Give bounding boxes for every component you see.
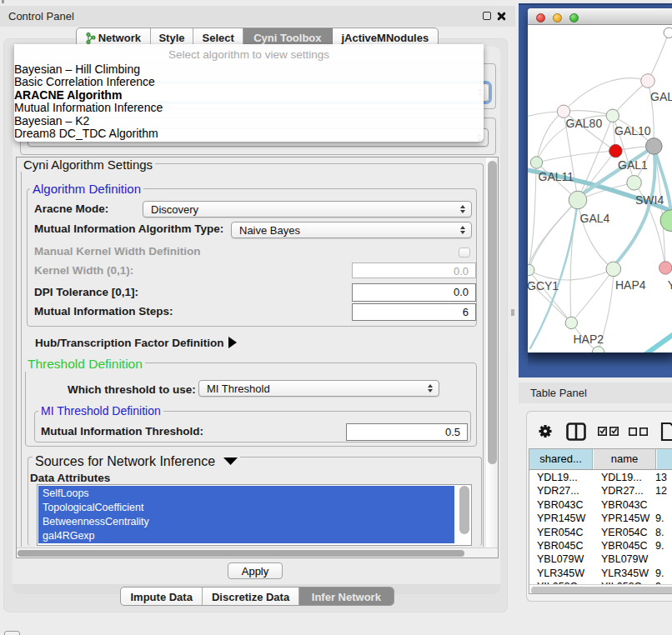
svg-text:HAP2: HAP2 xyxy=(574,332,604,346)
svg-text:HAP4: HAP4 xyxy=(615,278,646,292)
svg-text:GCY1: GCY1 xyxy=(528,279,559,292)
svg-text:GAL10: GAL10 xyxy=(614,124,651,138)
svg-text:GAL1: GAL1 xyxy=(618,158,648,172)
svg-text:GAL4: GAL4 xyxy=(580,212,610,225)
svg-text:GAL7: GAL7 xyxy=(650,90,672,103)
svg-text:SWI4: SWI4 xyxy=(635,193,664,207)
svg-text:GAL11: GAL11 xyxy=(539,170,574,183)
svg-text:YD: YD xyxy=(668,278,672,292)
svg-text:GAL80: GAL80 xyxy=(566,117,603,130)
